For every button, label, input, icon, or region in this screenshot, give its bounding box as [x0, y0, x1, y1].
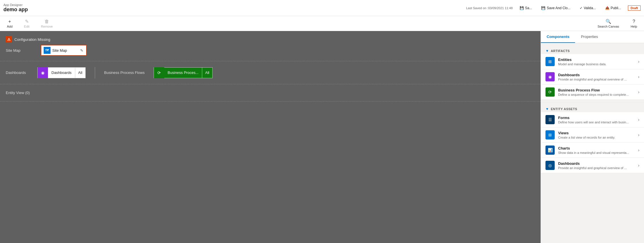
help-icon: ?	[633, 19, 635, 24]
warning-icon: ⚠	[6, 36, 12, 43]
add-toolbar-item[interactable]: + Add	[5, 18, 15, 29]
entities-arrow-icon: ›	[638, 59, 639, 64]
site-map-section: ⚠ Configuration Missing Site Map 🗺 Site …	[0, 31, 541, 61]
dashboards-card[interactable]: ◉ Dashboards All	[37, 67, 86, 78]
forms-title: Forms	[558, 116, 635, 120]
site-map-card[interactable]: 🗺 Site Map ✎	[41, 45, 87, 56]
views-title: Views	[558, 131, 635, 135]
dashboards2-arrow-icon: ›	[638, 163, 639, 168]
bpf-component-title: Business Process Flow	[558, 88, 635, 92]
bpf-component-desc: Define a sequence of steps required to c…	[558, 93, 635, 96]
charts-desc: Show data in a meaningful and visual rep…	[558, 151, 635, 154]
charts-arrow-icon: ›	[638, 148, 639, 152]
dashboards2-text: Dashboards Provide an insightful and gra…	[558, 161, 635, 170]
right-panel: Components Properties ▼ ARTIFACTS ⊞ Enti…	[541, 31, 644, 243]
canvas: ⚠ Configuration Missing Site Map 🗺 Site …	[0, 31, 541, 243]
search-canvas-toolbar-item[interactable]: 🔍 Search Canvas	[595, 18, 621, 29]
entities-icon: ⊞	[545, 57, 555, 66]
component-views[interactable]: ⊞ Views Create a list view of records fo…	[541, 127, 644, 143]
dashboards-component-desc: Provide an insightful and graphical over…	[558, 78, 635, 81]
dashboards-component-icon: ◉	[545, 72, 555, 81]
component-bpf[interactable]: ⟳ Business Process Flow Define a sequenc…	[541, 85, 644, 100]
dashboards-arrow-icon: ›	[638, 74, 639, 79]
component-entities[interactable]: ⊞ Entities Model and manage business dat…	[541, 54, 644, 69]
dashboards-section-label: Dashboards	[6, 70, 37, 75]
app-designer-label: App Designer	[3, 3, 28, 7]
header-actions: Last Saved on :03/09/2021 11:48 💾 Sa... …	[466, 5, 641, 11]
charts-title: Charts	[558, 146, 635, 150]
publish-icon: 📤	[605, 6, 610, 10]
panel-divider	[541, 102, 644, 102]
artifacts-section-header: ▼ ARTIFACTS	[541, 47, 644, 54]
site-map-label: Site Map	[6, 48, 37, 53]
entity-view-label: Entity View (0)	[6, 91, 30, 95]
dashboards-icon: ◉	[38, 67, 48, 78]
search-icon: 🔍	[606, 19, 611, 24]
views-text: Views Create a list view of records for …	[558, 131, 635, 139]
bpf-component-icon: ⟳	[545, 87, 555, 97]
edit-icon: ✎	[25, 19, 29, 24]
entity-assets-section-header: ▼ ENTITY ASSETS	[541, 105, 644, 112]
bpf-arrow-icon: ›	[638, 90, 639, 94]
forms-icon: ☰	[545, 115, 555, 124]
entities-text: Entities Model and manage business data.	[558, 58, 635, 66]
bpf-item-label: Business Proces...	[164, 70, 202, 75]
forms-desc: Define how users will see and interact w…	[558, 120, 635, 124]
charts-text: Charts Show data in a meaningful and vis…	[558, 146, 635, 154]
component-forms[interactable]: ☰ Forms Define how users will see and in…	[541, 112, 644, 127]
dashboards2-icon: ◎	[545, 161, 555, 170]
views-desc: Create a list view of records for an ent…	[558, 136, 635, 139]
dashboards-section: Dashboards ◉ Dashboards All Business Pro…	[0, 61, 541, 84]
edit-toolbar-item: ✎ Edit	[22, 18, 32, 29]
bpf-card[interactable]: ⟳ Business Proces... All	[154, 67, 213, 78]
bpf-icon: ⟳	[154, 67, 164, 78]
site-map-edit-button[interactable]: ✎	[80, 48, 84, 53]
add-icon: +	[8, 19, 11, 24]
dashboards-component-title: Dashboards	[558, 73, 635, 77]
app-info: App Designer demo app	[3, 3, 28, 13]
save-close-icon: 💾	[541, 6, 545, 10]
site-map-icon: 🗺	[44, 47, 51, 54]
top-header: App Designer demo app Last Saved on :03/…	[0, 0, 644, 16]
views-arrow-icon: ›	[638, 133, 639, 137]
site-map-item-label: Site Map	[52, 48, 78, 53]
main-layout: ⚠ Configuration Missing Site Map 🗺 Site …	[0, 31, 644, 243]
entity-view-section: Entity View (0)	[0, 84, 541, 102]
dashboards-text: Dashboards Provide an insightful and gra…	[558, 73, 635, 81]
dashboards-content: ◉ Dashboards All Business Process Flows …	[37, 67, 535, 79]
panel-tabs: Components Properties	[541, 31, 644, 43]
save-button[interactable]: 💾 Sa...	[517, 5, 535, 11]
remove-toolbar-item: 🗑 Remove	[39, 18, 55, 29]
entity-assets-arrow-icon: ▼	[545, 107, 549, 111]
tab-properties[interactable]: Properties	[575, 31, 603, 43]
entities-title: Entities	[558, 58, 635, 62]
component-dashboards[interactable]: ◉ Dashboards Provide an insightful and g…	[541, 69, 644, 85]
validate-button[interactable]: ✓ Valida...	[577, 5, 598, 11]
bpf-section-label: Business Process Flows	[104, 70, 150, 75]
save-info: Last Saved on :03/09/2021 11:48	[466, 6, 513, 10]
component-charts[interactable]: 📊 Charts Show data in a meaningful and v…	[541, 143, 644, 158]
toolbar: + Add ✎ Edit 🗑 Remove 🔍 Search Canvas ? …	[0, 16, 644, 31]
dashboards2-title: Dashboards	[558, 161, 635, 166]
save-close-button[interactable]: 💾 Save And Clo...	[539, 5, 573, 11]
component-dashboards2[interactable]: ◎ Dashboards Provide an insightful and g…	[541, 158, 644, 173]
dashboards2-desc: Provide an insightful and graphical over…	[558, 166, 635, 170]
help-toolbar-item[interactable]: ? Help	[628, 18, 639, 29]
config-missing-text: Configuration Missing	[14, 37, 50, 42]
config-missing-banner: ⚠ Configuration Missing	[6, 36, 50, 43]
artifacts-arrow-icon: ▼	[545, 49, 549, 53]
entities-desc: Model and manage business data.	[558, 62, 635, 66]
publish-button[interactable]: 📤 Publi...	[603, 5, 624, 11]
components-panel: ▼ ARTIFACTS ⊞ Entities Model and manage …	[541, 43, 644, 177]
save-icon: 💾	[520, 6, 524, 10]
app-name: demo app	[3, 7, 28, 13]
dashboards-all[interactable]: All	[75, 68, 85, 78]
draft-badge: Draft	[628, 5, 641, 11]
bpf-text: Business Process Flow Define a sequence …	[558, 88, 635, 96]
dashboards-item-label: Dashboards	[48, 70, 75, 75]
bpf-all[interactable]: All	[202, 68, 212, 78]
views-icon: ⊞	[545, 130, 555, 139]
validate-icon: ✓	[580, 6, 583, 10]
remove-icon: 🗑	[45, 19, 49, 24]
tab-components[interactable]: Components	[541, 31, 575, 43]
